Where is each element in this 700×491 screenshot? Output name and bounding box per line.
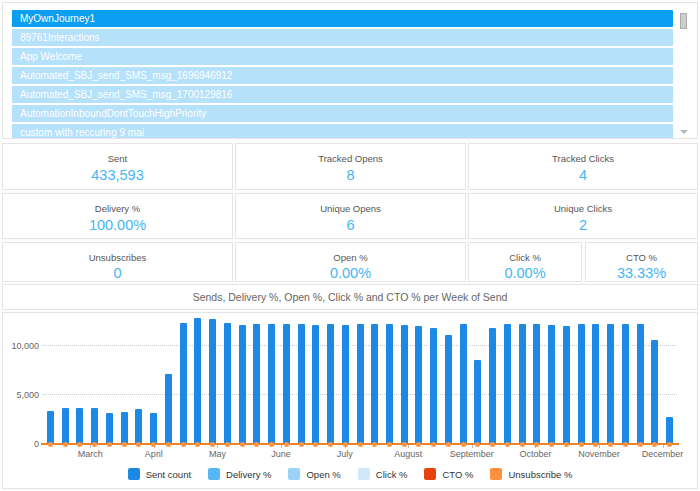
bar[interactable]	[194, 318, 201, 444]
bar[interactable]	[180, 323, 187, 444]
stat-value: 0.00%	[236, 265, 465, 281]
stat-label: Unique Clicks	[469, 203, 697, 214]
journey-list-item[interactable]: 89761Interactions	[12, 29, 673, 46]
bar[interactable]	[415, 326, 422, 444]
stat-unsubscribes: Unsubscribes 0	[2, 242, 233, 282]
y-tick-label: 0	[3, 439, 39, 449]
stat-sent: Sent 433,593	[2, 143, 233, 190]
baseline-marker	[490, 442, 495, 447]
bar[interactable]	[135, 409, 142, 444]
bar[interactable]	[430, 328, 437, 444]
bar[interactable]	[474, 360, 481, 444]
baseline-marker	[564, 442, 569, 447]
baseline-marker	[520, 442, 525, 447]
bar[interactable]	[312, 325, 319, 444]
bar[interactable]	[578, 324, 585, 444]
bar[interactable]	[298, 324, 305, 444]
legend-item[interactable]: Delivery %	[208, 468, 271, 480]
bar[interactable]	[666, 417, 673, 444]
stat-value: 0.00%	[469, 265, 581, 281]
bar[interactable]	[253, 324, 260, 444]
bar[interactable]	[548, 325, 555, 444]
bar[interactable]	[47, 411, 54, 444]
legend-label: Unsubscribe %	[508, 469, 572, 480]
bar[interactable]	[371, 324, 378, 444]
bar[interactable]	[357, 324, 364, 444]
baseline-marker	[387, 442, 392, 447]
bar[interactable]	[607, 324, 614, 444]
scrollbar-down-arrow-icon[interactable]	[680, 130, 688, 134]
x-tick-label: March	[78, 449, 103, 459]
bar[interactable]	[622, 324, 629, 444]
bar[interactable]	[268, 324, 275, 444]
baseline-marker	[195, 442, 200, 447]
legend-swatch-icon	[490, 468, 502, 480]
baseline-marker	[136, 442, 141, 447]
baseline-marker	[593, 442, 598, 447]
stat-label: Open %	[236, 252, 465, 263]
bar[interactable]	[91, 408, 98, 444]
stat-value: 0	[3, 265, 232, 281]
bar[interactable]	[62, 408, 69, 444]
journey-list-item[interactable]: custom with reccuring 9 mai	[12, 124, 673, 139]
baseline-marker	[358, 442, 363, 447]
bar[interactable]	[460, 324, 467, 444]
bar[interactable]	[489, 328, 496, 444]
bar[interactable]	[283, 324, 290, 444]
legend-item[interactable]: Unsubscribe %	[490, 468, 572, 480]
bar[interactable]	[651, 340, 658, 444]
legend-item[interactable]: Click %	[358, 468, 408, 480]
baseline-marker	[63, 442, 68, 447]
bar[interactable]	[224, 323, 231, 444]
stat-unique-opens: Unique Opens 6	[235, 193, 466, 239]
legend-item[interactable]: CTO %	[424, 468, 473, 480]
stat-tracked-clicks: Tracked Clicks 4	[468, 143, 698, 190]
bar[interactable]	[239, 325, 246, 444]
bar[interactable]	[592, 324, 599, 444]
bar[interactable]	[386, 324, 393, 444]
baseline-marker	[181, 442, 186, 447]
x-tick-label: June	[271, 449, 291, 459]
baseline-marker	[431, 442, 436, 447]
baseline-marker	[92, 442, 97, 447]
x-tick-label: December	[642, 449, 684, 459]
plot-area	[43, 317, 677, 444]
stat-label: Unique Opens	[236, 203, 465, 214]
journey-list-item[interactable]: Automated_SBJ_send_SMS_msg_1700129816	[12, 86, 673, 103]
legend-item[interactable]: Open %	[288, 468, 340, 480]
bar[interactable]	[342, 325, 349, 444]
baseline-marker	[343, 442, 348, 447]
bar[interactable]	[106, 413, 113, 444]
baseline-marker	[461, 442, 466, 447]
bar[interactable]	[637, 324, 644, 444]
bar[interactable]	[121, 412, 128, 444]
baseline-marker	[166, 442, 171, 447]
bar[interactable]	[563, 326, 570, 444]
legend-label: Open %	[306, 469, 340, 480]
list-scrollbar[interactable]	[680, 12, 688, 134]
scrollbar-thumb[interactable]	[680, 13, 687, 29]
baseline-marker	[667, 442, 672, 447]
bar[interactable]	[445, 335, 452, 444]
bar[interactable]	[76, 408, 83, 444]
baseline-marker	[446, 442, 451, 447]
bar[interactable]	[519, 324, 526, 444]
bar[interactable]	[533, 324, 540, 444]
stat-delivery-pct: Delivery % 100.00%	[2, 193, 233, 239]
stat-value: 33.33%	[586, 265, 697, 281]
stat-value: 6	[236, 217, 465, 233]
journey-list-item-selected[interactable]: MyOwnJourney1	[12, 10, 673, 27]
legend-item[interactable]: Sent count	[128, 468, 191, 480]
bar[interactable]	[150, 413, 157, 444]
bar[interactable]	[165, 374, 172, 444]
stat-label: Delivery %	[3, 203, 232, 214]
bar[interactable]	[327, 324, 334, 444]
bar[interactable]	[401, 325, 408, 444]
journey-list-item[interactable]: Automated_SBJ_send_SMS_msg_1696946912	[12, 67, 673, 84]
bar[interactable]	[504, 324, 511, 444]
baseline-marker	[372, 442, 377, 447]
bar[interactable]	[209, 319, 216, 444]
baseline-marker	[608, 442, 613, 447]
journey-list-item[interactable]: AutomationInboundDontTouchHighPriority	[12, 105, 673, 122]
journey-list-item[interactable]: App Welcome	[12, 48, 673, 65]
